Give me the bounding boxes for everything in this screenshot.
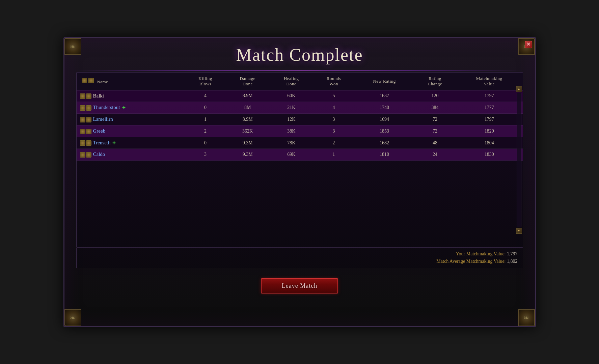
col-header-damage-done: DamageDone	[225, 73, 270, 90]
player-stat-damage-done: 8M	[225, 102, 270, 114]
player-stat-killing-blows: 1	[185, 114, 225, 125]
corner-decoration-tl: ❧	[64, 38, 81, 55]
player-stat-killing-blows: 0	[185, 102, 225, 114]
leave-match-button[interactable]: Leave Match	[261, 278, 338, 293]
scroll-down-button[interactable]: ▼	[516, 228, 522, 234]
empty-scoreboard-area	[77, 161, 523, 275]
player-stat-healing-done: 60K	[270, 90, 313, 102]
player-stat-healing-done: 78K	[270, 137, 313, 149]
icon-sword	[82, 78, 87, 83]
player-stat-rating-change: 120	[414, 90, 456, 102]
col-header-healing-done: HealingDone	[270, 73, 313, 90]
player-stat-rounds-won: 3	[313, 114, 355, 125]
corner-decoration-br: ❧	[518, 309, 535, 326]
scoreboard-table: Name KillingBlows DamageDone HealingDone…	[77, 73, 523, 161]
col-header-name: Name	[77, 73, 186, 90]
player-stat-rating-change: 72	[414, 114, 456, 125]
player-name-text[interactable]: Trenseth	[93, 140, 111, 145]
player-class-icon	[86, 117, 91, 122]
player-stat-damage-done: 8.9M	[225, 90, 270, 102]
player-name-text[interactable]: Lamellirn	[93, 116, 113, 122]
player-stat-new-rating: 1740	[355, 102, 414, 114]
close-button[interactable]: ✕	[525, 41, 532, 48]
header-icons	[82, 78, 94, 83]
player-stat-healing-done: 38K	[270, 125, 313, 137]
player-class-icon	[86, 140, 91, 146]
player-stat-rounds-won: 5	[313, 90, 355, 102]
scroll-track[interactable]	[517, 93, 521, 227]
col-header-rating-change: RatingChange	[414, 73, 456, 90]
icon-shield	[88, 78, 94, 83]
player-stat-rounds-won: 3	[313, 125, 355, 137]
corner-decoration-bl: ❧	[64, 309, 81, 326]
player-class-icon	[86, 152, 91, 158]
table-row: Caldo39.3M69K11810241830	[77, 149, 523, 161]
player-name-cell: Balki	[77, 90, 186, 102]
player-stat-healing-done: 69K	[270, 149, 313, 161]
player-stat-rounds-won: 2	[313, 137, 355, 149]
player-stat-rating-change: 48	[414, 137, 456, 149]
col-header-matchmaking-value: MatchmakingValue	[456, 73, 523, 90]
player-rank-icon	[80, 93, 85, 99]
player-stat-matchmaking-value: 1804	[456, 137, 523, 149]
player-name-cell: Lamellirn	[77, 114, 186, 125]
col-header-new-rating: New Rating	[355, 73, 414, 90]
col-header-rounds-won: RoundsWon	[313, 73, 355, 90]
player-stat-new-rating: 1810	[355, 149, 414, 161]
player-name-cell: Thunderstout ✚	[77, 102, 186, 114]
player-stat-damage-done: 8.9M	[225, 114, 270, 125]
player-stat-new-rating: 1637	[355, 90, 414, 102]
player-stat-rounds-won: 4	[313, 102, 355, 114]
player-stat-matchmaking-value: 1830	[456, 149, 523, 161]
player-stat-damage-done: 362K	[225, 125, 270, 137]
player-name-cell: Caldo	[77, 149, 186, 161]
player-name-text[interactable]: Thunderstout	[93, 105, 120, 110]
player-stat-healing-done: 21K	[270, 102, 313, 114]
player-stat-matchmaking-value: 1829	[456, 125, 523, 137]
player-class-icon	[86, 129, 91, 134]
main-window: ❧ ❧ ❧ ❧ ✕ Match Complete Name KillingBlo…	[63, 37, 536, 327]
player-name-text[interactable]: Greeb	[93, 128, 106, 134]
player-stat-matchmaking-value: 1797	[456, 90, 523, 102]
table-row: Trenseth ✚09.3M78K21682481804	[77, 137, 523, 149]
player-stat-rating-change: 24	[414, 149, 456, 161]
player-name-cell: Trenseth ✚	[77, 137, 186, 149]
player-stat-new-rating: 1853	[355, 125, 414, 137]
player-class-icon	[86, 105, 91, 111]
player-stat-damage-done: 9.3M	[225, 137, 270, 149]
player-stat-healing-done: 12K	[270, 114, 313, 125]
player-stat-killing-blows: 3	[185, 149, 225, 161]
player-stat-killing-blows: 4	[185, 90, 225, 102]
player-rank-icon	[80, 152, 85, 158]
friend-icon: ✚	[121, 105, 126, 110]
title-divider	[76, 70, 523, 71]
player-stat-damage-done: 9.3M	[225, 149, 270, 161]
player-stat-rating-change: 384	[414, 102, 456, 114]
player-rank-icon	[80, 117, 85, 122]
player-stat-killing-blows: 0	[185, 137, 225, 149]
player-rank-icon	[80, 105, 85, 111]
page-title: Match Complete	[64, 38, 535, 70]
player-name-text[interactable]: Caldo	[93, 151, 105, 157]
player-stat-new-rating: 1694	[355, 114, 414, 125]
player-stat-rating-change: 72	[414, 125, 456, 137]
col-header-killing-blows: KillingBlows	[185, 73, 225, 90]
scrollbar[interactable]: ▲ ▼	[516, 86, 522, 234]
friend-icon: ✚	[111, 141, 116, 145]
player-class-icon	[86, 93, 91, 99]
table-row: Thunderstout ✚08M21K417403841777	[77, 102, 523, 114]
scroll-up-button[interactable]: ▲	[516, 86, 522, 92]
player-stat-matchmaking-value: 1797	[456, 114, 523, 125]
player-stat-killing-blows: 2	[185, 125, 225, 137]
player-rank-icon	[80, 140, 85, 146]
player-stat-new-rating: 1682	[355, 137, 414, 149]
player-name-text[interactable]: Balki	[93, 93, 104, 99]
scoreboard-panel: Name KillingBlows DamageDone HealingDone…	[76, 72, 523, 248]
table-header-row: Name KillingBlows DamageDone HealingDone…	[77, 73, 523, 90]
player-stat-matchmaking-value: 1777	[456, 102, 523, 114]
table-row: Lamellirn18.9M12K31694721797	[77, 114, 523, 125]
table-row: Greeb2362K38K31853721829	[77, 125, 523, 137]
player-name-cell: Greeb	[77, 125, 186, 137]
player-stat-rounds-won: 1	[313, 149, 355, 161]
table-row: Balki48.9M60K516371201797	[77, 90, 523, 102]
